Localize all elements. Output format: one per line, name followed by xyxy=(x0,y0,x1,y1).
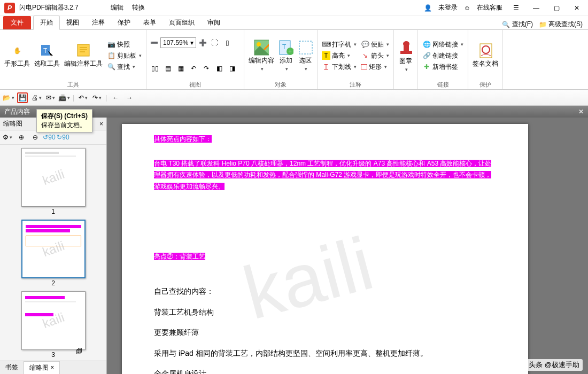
hl-text-3[interactable]: 亮点②：背装工艺 xyxy=(154,253,205,260)
sign-doc-btn[interactable]: 签名文档 xyxy=(471,42,499,69)
undo-icon[interactable]: ↶ xyxy=(78,92,88,103)
tab-protect[interactable]: 保护 xyxy=(111,16,137,29)
document-tab[interactable]: 产品内容 xyxy=(4,107,30,116)
find-ribbon-btn[interactable]: 🔍查找 xyxy=(106,62,143,72)
layout5-icon[interactable]: ◧ xyxy=(214,63,225,74)
arrow-icon: ↘ xyxy=(361,51,369,60)
side-close-icon[interactable]: × xyxy=(99,120,103,128)
layout4-icon[interactable]: ▦ xyxy=(175,63,186,74)
online-service[interactable]: 在线客服 xyxy=(477,3,502,12)
layout6-icon[interactable]: ◨ xyxy=(227,63,237,74)
menu-edit[interactable]: 编辑 xyxy=(111,3,123,12)
create-link-btn[interactable]: 🔗创建链接 xyxy=(421,51,465,61)
select-tool[interactable]: T选取工具 xyxy=(33,42,61,69)
body-text-4[interactable]: 采用与 iPad 相同的背装工艺，内部结构更坚固、空间利用率更高、整机更加纤薄。 xyxy=(154,346,496,361)
tooltip-body: 保存当前文档。 xyxy=(41,121,88,130)
edit-content-btn[interactable]: 编辑内容 xyxy=(247,39,275,73)
layout2-icon[interactable]: ▯▯ xyxy=(150,63,160,74)
typewriter-icon: ⌨ xyxy=(322,40,330,49)
gear-icon[interactable]: ⚙ xyxy=(2,132,13,143)
tab-file[interactable]: 文件 xyxy=(3,16,31,29)
close-button[interactable]: ✕ xyxy=(570,3,584,13)
hamburger-icon[interactable]: ☰ xyxy=(509,3,523,13)
camera-icon: 📷 xyxy=(107,40,115,49)
tab-view[interactable]: 视图 xyxy=(60,16,86,29)
underline-btn[interactable]: T下划线 xyxy=(321,62,358,72)
zoom-in-icon[interactable]: ➕ xyxy=(198,38,207,47)
side-tab-bookmark[interactable]: 书签 xyxy=(0,361,24,374)
rotate-thumb-r-icon[interactable]: ↻90 xyxy=(58,132,68,143)
rotate-right-icon[interactable]: ↷ xyxy=(201,63,212,74)
clipboard-btn[interactable]: 📋剪贴板 xyxy=(106,51,143,61)
redo-icon[interactable]: ↷ xyxy=(91,92,102,103)
hl-text-2[interactable]: 台电 T30 搭载了联发科 Helio P70 八核处理器，12nm 工艺制程，… xyxy=(154,160,491,190)
print-icon[interactable]: 🖨 xyxy=(31,92,42,103)
side-tab-thumb[interactable]: 缩略图 × xyxy=(24,361,60,374)
rect-btn[interactable]: 矩形 xyxy=(360,62,390,72)
tab-start[interactable]: 开始 xyxy=(33,15,60,30)
page-view[interactable]: kaili 具体亮点内容如下： 台电 T30 搭载了联发科 Helio P70 … xyxy=(122,124,528,374)
tab-review[interactable]: 审阅 xyxy=(201,16,227,29)
copy-pages-icon[interactable]: 🗐 xyxy=(76,348,82,355)
layout3-icon[interactable]: ▤ xyxy=(163,63,173,74)
edit-annot-tool[interactable]: 编辑注释工具 xyxy=(63,42,104,69)
prev-icon[interactable]: ← xyxy=(110,92,121,103)
svg-point-15 xyxy=(403,41,409,46)
stamp-icon xyxy=(398,41,413,56)
service-icon[interactable]: ☺ xyxy=(464,4,470,12)
web-link-btn[interactable]: 🌐网络链接 xyxy=(421,40,465,50)
thumbnail-list[interactable]: kaili 1 kaili 2 kaili 3 🗐 xyxy=(0,145,106,361)
zoom-out-icon[interactable]: ➖ xyxy=(150,38,158,47)
adv-find-btn[interactable]: 📁高级查找(S) xyxy=(537,19,584,29)
highlight-btn[interactable]: T高亮 xyxy=(321,51,358,61)
hand-tool[interactable]: ✋手形工具 xyxy=(3,42,31,69)
zoom-in-thumb-icon[interactable]: ⊕ xyxy=(16,132,27,143)
fit-page-icon[interactable]: ⛶ xyxy=(209,37,220,48)
svg-point-7 xyxy=(257,42,261,46)
user-icon[interactable]: 👤 xyxy=(424,4,432,12)
thumbnail-3[interactable]: kaili 3 🗐 xyxy=(21,291,86,359)
svg-text:T: T xyxy=(43,47,48,54)
rotate-thumb-l-icon[interactable]: ↺90 xyxy=(44,132,55,143)
thumbnail-2[interactable]: kaili 2 xyxy=(21,220,86,287)
snapshot-btn[interactable]: 📷快照 xyxy=(106,40,143,50)
hl-text-1[interactable]: 具体亮点内容如下： xyxy=(154,135,212,143)
scan-icon[interactable]: 📠 xyxy=(59,92,69,103)
tab-form[interactable]: 表单 xyxy=(137,16,163,29)
typewriter-btn[interactable]: ⌨打字机 xyxy=(321,40,358,50)
body-text-2[interactable]: 背装工艺机身结构 xyxy=(154,305,496,320)
workspace: 缩略图 × ⚙ ⊕ ⊖ ↺90 ↻90 kaili 1 kaili 2 kail… xyxy=(0,118,588,374)
menu-convert[interactable]: 转换 xyxy=(132,3,145,12)
next-icon[interactable]: → xyxy=(124,92,135,103)
sticky-btn[interactable]: 💬便贴 xyxy=(360,40,390,50)
rectangle-icon xyxy=(361,64,367,69)
rotate-left-icon[interactable]: ↶ xyxy=(188,63,199,74)
tab-page-org[interactable]: 页面组织 xyxy=(163,16,201,29)
zoom-combo[interactable]: 107.59%▾ xyxy=(160,37,196,48)
body-text-5[interactable]: 全金属机身设计 xyxy=(154,367,496,374)
selection-btn[interactable]: 选区 xyxy=(297,39,314,73)
app-title: 闪电PDF编辑器3.2.7 xyxy=(19,3,79,12)
attribution: 头条 @极速手助 xyxy=(525,359,583,371)
open-icon[interactable]: 📂 xyxy=(3,92,14,103)
body-text-1[interactable]: 自己查找的内容： xyxy=(154,284,496,299)
group-object: 编辑内容 T+添加 选区 对象 xyxy=(244,30,318,89)
tab-annotate[interactable]: 注释 xyxy=(86,16,111,29)
doc-close-icon[interactable]: ✕ xyxy=(578,108,584,115)
stamp-btn[interactable]: 图章 xyxy=(397,40,414,73)
add-btn[interactable]: T+添加 xyxy=(277,39,295,73)
add-bookmark-btn[interactable]: ✚新增书签 xyxy=(421,62,465,72)
maximize-button[interactable]: ▢ xyxy=(550,3,563,13)
minimize-button[interactable]: ― xyxy=(529,3,543,13)
find-btn[interactable]: 🔍查找(F) xyxy=(501,19,534,29)
thumbnail-1[interactable]: kaili 1 xyxy=(21,148,86,215)
login-status[interactable]: 未登录 xyxy=(438,3,458,12)
clipboard-icon: 📋 xyxy=(107,51,115,60)
body-text-3[interactable]: 更要兼顾纤薄 xyxy=(154,325,496,340)
mail-icon[interactable]: ✉ xyxy=(45,92,56,103)
save-button[interactable]: 💾 xyxy=(17,92,28,103)
zoom-out-thumb-icon[interactable]: ⊖ xyxy=(30,132,41,143)
arrow-btn[interactable]: ↘箭头 xyxy=(360,51,390,61)
canvas[interactable]: kaili 具体亮点内容如下： 台电 T30 搭载了联发科 Helio P70 … xyxy=(107,118,588,374)
layout1-icon[interactable]: ▯ xyxy=(222,37,233,48)
